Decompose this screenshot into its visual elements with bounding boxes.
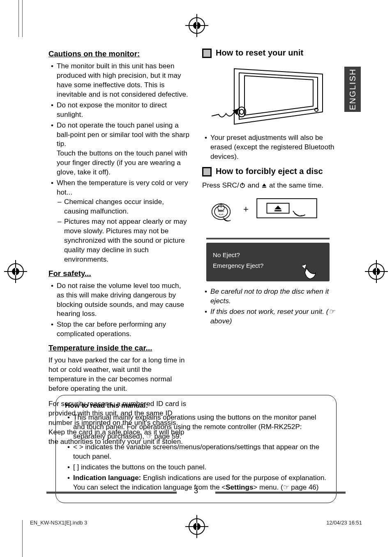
svg-marker-11 bbox=[262, 183, 266, 186]
safety-list: Do not raise the volume level too much, … bbox=[48, 281, 190, 339]
text-fragment: and bbox=[246, 181, 261, 189]
eject-instruction: Press SRC/ and at the same time. bbox=[202, 181, 344, 190]
heading-eject: How to forcibly eject a disc bbox=[202, 166, 344, 177]
list-item: Do not operate the touch panel using a b… bbox=[48, 121, 190, 178]
eject-notes: Be careful not to drop the disc when it … bbox=[202, 287, 344, 326]
svg-point-19 bbox=[222, 214, 223, 215]
list-item: Do not expose the monitor to direct sunl… bbox=[48, 101, 190, 120]
plus-icon: + bbox=[243, 203, 249, 216]
footer-filename: EN_KW-NSX1[E].indb 3 bbox=[30, 520, 87, 526]
language-tab-label: ENGLISH bbox=[348, 68, 357, 110]
heading-cautions: Cautions on the monitor: bbox=[48, 49, 190, 59]
svg-point-6 bbox=[240, 109, 244, 114]
cautions-list: The monitor built in this unit has been … bbox=[48, 62, 190, 265]
heading-safety: For safety... bbox=[48, 269, 190, 279]
list-item-text: When the temperature is very cold or ver… bbox=[57, 179, 188, 196]
square-bullet-icon bbox=[202, 49, 212, 58]
crop-mark bbox=[18, 0, 19, 37]
device-svg-icon bbox=[210, 63, 329, 128]
page-number: 3 bbox=[0, 486, 392, 495]
svg-marker-24 bbox=[302, 264, 307, 269]
svg-point-17 bbox=[219, 214, 220, 215]
list-item: Your preset adjustments will also be era… bbox=[202, 133, 344, 162]
eject-panel-icon bbox=[256, 198, 318, 221]
registration-mark-icon bbox=[368, 263, 385, 280]
text-fragment: at the same time. bbox=[267, 181, 323, 189]
list-item: If this does not work, reset your unit. … bbox=[202, 307, 344, 326]
heading-reset: How to reset your unit bbox=[202, 47, 344, 58]
hand-pointer-icon bbox=[299, 263, 317, 281]
svg-point-18 bbox=[221, 214, 221, 215]
power-icon bbox=[239, 182, 246, 188]
indication-label: Indication language: bbox=[73, 474, 141, 482]
list-item: Stop the car before performing any compl… bbox=[48, 320, 190, 339]
heading-temperature: Temperature inside the car... bbox=[48, 343, 190, 353]
temperature-paragraph: If you have parked the car for a long ti… bbox=[48, 356, 190, 394]
square-bullet-icon bbox=[202, 167, 212, 176]
heading-reset-text: How to reset your unit bbox=[216, 47, 303, 58]
svg-rect-20 bbox=[257, 199, 317, 218]
svg-marker-1 bbox=[239, 73, 318, 119]
registration-mark-icon bbox=[189, 17, 205, 34]
crop-mark bbox=[22, 520, 23, 557]
list-item: When the temperature is very cold or ver… bbox=[48, 179, 190, 264]
list-item: The monitor built in this unit has been … bbox=[48, 62, 190, 100]
svg-marker-22 bbox=[274, 205, 281, 209]
list-item: Pictures may not appear clearly or may m… bbox=[57, 217, 190, 265]
eject-icon bbox=[261, 183, 267, 188]
text-fragment: Press SRC/ bbox=[202, 181, 239, 189]
svg-rect-23 bbox=[274, 210, 281, 211]
list-item: < > indicates the variable screens/menus… bbox=[65, 443, 327, 462]
src-knob-icon: SRC bbox=[206, 195, 236, 224]
svg-rect-12 bbox=[262, 187, 266, 188]
info-heading: How to read this manual: bbox=[65, 402, 148, 409]
divider-bar bbox=[206, 238, 330, 239]
crop-mark bbox=[22, 0, 23, 37]
registration-mark-icon bbox=[189, 518, 205, 535]
info-list: This manual mainly explains operations u… bbox=[65, 413, 327, 492]
footer-timestamp: 12/04/23 16:51 bbox=[326, 520, 362, 526]
language-tab: ENGLISH bbox=[344, 67, 361, 112]
prompt-line-1: No Eject? bbox=[213, 251, 323, 259]
list-item: This manual mainly explains operations u… bbox=[65, 413, 327, 441]
registration-mark-icon bbox=[7, 263, 24, 280]
svg-marker-2 bbox=[244, 76, 313, 115]
reset-notes: Your preset adjustments will also be era… bbox=[202, 133, 344, 162]
heading-eject-text: How to forcibly eject a disc bbox=[216, 166, 323, 177]
eject-figure-group: SRC + bbox=[202, 195, 344, 282]
list-item: Chemical changes occur inside, causing m… bbox=[57, 197, 190, 216]
list-item: Be careful not to drop the disc when it … bbox=[202, 287, 344, 306]
src-label: SRC bbox=[218, 209, 224, 213]
list-item: Do not raise the volume level too much, … bbox=[48, 281, 190, 319]
screen-prompt-panel: No Eject? Emergency Eject? bbox=[206, 243, 330, 282]
device-illustration bbox=[210, 63, 329, 128]
list-item: [ ] indicates the buttons on the touch p… bbox=[65, 463, 327, 472]
cautions-sublist: Chemical changes occur inside, causing m… bbox=[57, 197, 190, 265]
